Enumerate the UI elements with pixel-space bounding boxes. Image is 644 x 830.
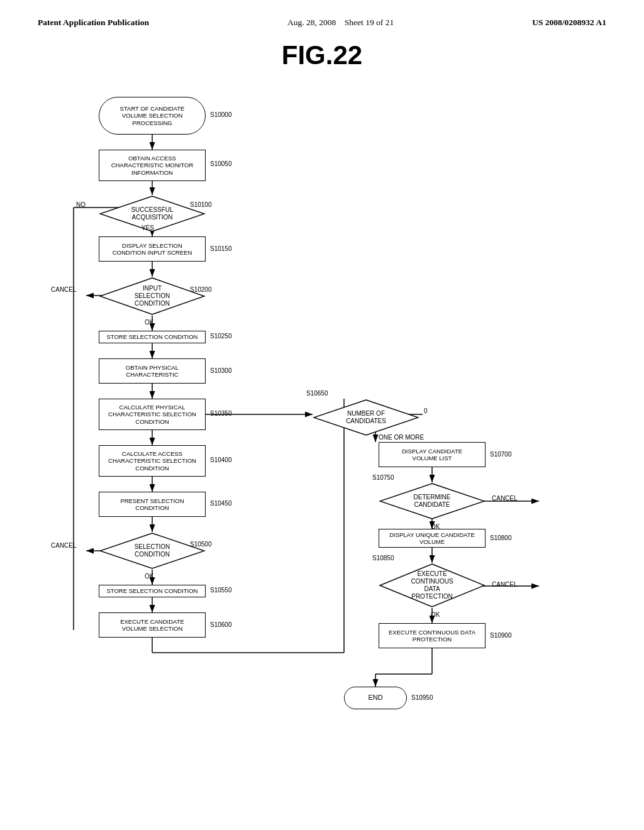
- label-s10800: S10800: [490, 534, 511, 541]
- label-no: NO: [76, 201, 86, 208]
- node-s10650: NUMBER OF CANDIDATES: [313, 399, 419, 436]
- node-s10350: CALCULATE PHYSICAL CHARACTERISTIC SELECT…: [99, 399, 206, 430]
- node-s10600: EXECUTE CANDIDATE VOLUME SELECTION: [99, 612, 206, 638]
- label-s10050: S10050: [210, 160, 231, 167]
- label-s10400: S10400: [210, 456, 231, 463]
- label-cancel-500: CANCEL: [51, 542, 77, 549]
- label-s10850: S10850: [372, 555, 394, 562]
- figure-title: FIG.22: [0, 40, 644, 70]
- header-left: Patent Application Publication: [38, 18, 149, 28]
- node-s10750: DETERMINE CANDIDATE: [379, 482, 486, 520]
- label-s10300: S10300: [210, 367, 231, 374]
- label-s10000: S10000: [210, 111, 231, 118]
- node-s10950: END: [344, 687, 407, 709]
- label-s10750: S10750: [372, 474, 394, 481]
- node-s10800: DISPLAY UNIQUE CANDIDATE VOLUME: [379, 529, 486, 548]
- label-s10950: S10950: [411, 694, 433, 701]
- label-cancel-850: CANCEL: [492, 581, 518, 588]
- label-s10500: S10500: [190, 541, 211, 548]
- node-s10200: INPUT SELECTION CONDITION: [99, 277, 206, 316]
- node-s10450: PRESENT SELECTION CONDITION: [99, 492, 206, 517]
- node-s10550: STORE SELECTION CONDITION: [99, 585, 206, 597]
- node-s10400: CALCULATE ACCESS CHARACTERISTIC SELECTIO…: [99, 445, 206, 477]
- label-s10200: S10200: [190, 286, 211, 293]
- label-s10650: S10650: [306, 390, 328, 397]
- label-s10700: S10700: [490, 451, 511, 458]
- label-ok-500: OK: [145, 573, 153, 580]
- label-cancel-200: CANCEL: [51, 286, 77, 293]
- node-s10050: OBTAIN ACCESS CHARACTERISTIC MONITOR INF…: [99, 150, 206, 181]
- label-cancel-750: CANCEL: [492, 495, 518, 502]
- flowchart-svg: [23, 83, 621, 806]
- header-right: US 2008/0208932 A1: [532, 18, 606, 28]
- label-s10900: S10900: [490, 632, 511, 639]
- label-s10450: S10450: [210, 500, 231, 507]
- label-ok-200: OK: [145, 319, 153, 326]
- page-header: Patent Application Publication Aug. 28, …: [0, 0, 644, 34]
- label-s10250: S10250: [210, 333, 231, 340]
- header-center: Aug. 28, 2008 Sheet 19 of 21: [287, 18, 394, 28]
- label-s10350: S10350: [210, 410, 231, 417]
- label-s10150: S10150: [210, 245, 231, 252]
- label-s10600: S10600: [210, 621, 231, 628]
- label-ok-850: OK: [431, 611, 440, 618]
- node-s10700: DISPLAY CANDIDATE VOLUME LIST: [379, 442, 486, 467]
- label-s10550: S10550: [210, 587, 231, 594]
- node-s10900: EXECUTE CONTINUOUS DATA PROTECTION: [379, 623, 486, 648]
- label-yes: YES: [142, 224, 154, 231]
- flowchart: START OF CANDIDATE VOLUME SELECTION PROC…: [23, 83, 621, 806]
- node-s10000: START OF CANDIDATE VOLUME SELECTION PROC…: [99, 97, 206, 135]
- label-zero: 0: [424, 407, 428, 414]
- node-s10250: STORE SELECTION CONDITION: [99, 331, 206, 343]
- label-one-or-more: ONE OR MORE: [379, 434, 424, 441]
- node-s10500: SELECTION CONDITION: [99, 532, 206, 570]
- node-s10150: DISPLAY SELECTION CONDITION INPUT SCREEN: [99, 236, 206, 262]
- node-s10300: OBTAIN PHYSICAL CHARACTERISTIC: [99, 358, 206, 384]
- label-s10100: S10100: [190, 201, 211, 208]
- node-s10850: EXECUTE CONTINUOUS DATA PROTECTION: [379, 563, 486, 608]
